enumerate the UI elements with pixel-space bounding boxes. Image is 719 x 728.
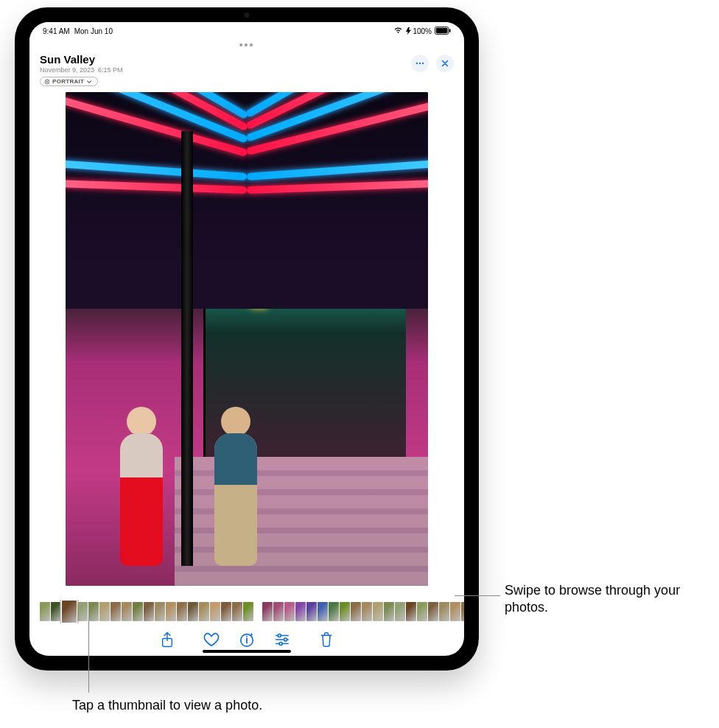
- info-button[interactable]: [237, 630, 256, 649]
- callout-leader: [455, 595, 500, 596]
- multitask-dots-icon[interactable]: •••: [29, 40, 464, 50]
- thumbnail[interactable]: [284, 602, 295, 621]
- thumbnail[interactable]: [166, 602, 176, 621]
- photo-datetime: November 9, 2023 6:15 PM: [40, 66, 123, 74]
- thumbnail[interactable]: [450, 602, 460, 621]
- close-button[interactable]: [436, 55, 454, 72]
- photo-header: Sun Valley November 9, 2023 6:15 PM PORT…: [29, 50, 464, 92]
- main-photo[interactable]: BURGERS HOTDOGS FRIES: [66, 92, 428, 586]
- thumbnail[interactable]: [262, 602, 273, 621]
- thumbnail[interactable]: [122, 602, 132, 621]
- svg-point-6: [422, 63, 424, 64]
- thumbnail[interactable]: [417, 602, 427, 621]
- share-icon: [160, 631, 175, 648]
- heart-icon: [203, 632, 220, 647]
- callout-tap: Tap a thumbnail to view a photo.: [72, 697, 367, 714]
- thumbnail[interactable]: [99, 602, 110, 621]
- thumbnail[interactable]: [384, 602, 394, 621]
- thumbnail[interactable]: [144, 602, 154, 621]
- thumbnail[interactable]: [188, 602, 198, 621]
- edit-button[interactable]: [273, 630, 292, 649]
- thumbnail[interactable]: [155, 602, 165, 621]
- portrait-badge-label: PORTRAIT: [52, 78, 84, 85]
- sliders-icon: [274, 632, 290, 647]
- home-indicator[interactable]: [203, 650, 291, 653]
- svg-rect-2: [449, 29, 451, 32]
- more-button[interactable]: [411, 55, 429, 72]
- favorite-button[interactable]: [202, 630, 221, 649]
- close-icon: [441, 59, 449, 68]
- charging-icon: [406, 27, 411, 35]
- status-battery-pct: 100%: [413, 27, 432, 35]
- thumbnail[interactable]: [40, 602, 50, 621]
- thumbnail[interactable]: [340, 602, 350, 621]
- ipad-screen: 9:41 AM Mon Jun 10 100% ••• Sun Valley: [29, 22, 464, 656]
- thumbnail[interactable]: [232, 602, 242, 621]
- main-photo-viewport[interactable]: BURGERS HOTDOGS FRIES: [29, 92, 464, 598]
- thumbnail-strip[interactable]: [29, 600, 464, 623]
- thumbnail[interactable]: [51, 602, 61, 621]
- thumbnail[interactable]: [395, 602, 405, 621]
- delete-button[interactable]: [317, 630, 336, 649]
- thumbnail[interactable]: [77, 602, 88, 621]
- album-title: Sun Valley: [40, 53, 123, 66]
- callout-leader: [88, 602, 89, 693]
- aperture-icon: [44, 79, 50, 85]
- trash-icon: [319, 631, 334, 648]
- thumbnail[interactable]: [439, 602, 449, 621]
- info-sparkle-icon: [239, 631, 255, 648]
- status-time: 9:41 AM: [43, 27, 70, 35]
- svg-point-4: [416, 63, 418, 64]
- thumbnail[interactable]: [273, 602, 284, 621]
- front-camera: [245, 13, 250, 18]
- thumbnail[interactable]: [62, 601, 77, 623]
- wifi-icon: [393, 27, 403, 35]
- svg-point-11: [279, 642, 282, 645]
- thumbnail[interactable]: [133, 602, 143, 621]
- status-bar: 9:41 AM Mon Jun 10 100%: [29, 22, 464, 40]
- portrait-mode-badge[interactable]: PORTRAIT: [40, 77, 98, 86]
- share-button[interactable]: [158, 630, 177, 649]
- thumbnail[interactable]: [318, 602, 328, 621]
- thumbnail[interactable]: [295, 602, 306, 621]
- thumbnail[interactable]: [428, 602, 438, 621]
- thumbnail[interactable]: [199, 602, 209, 621]
- ipad-device-frame: 9:41 AM Mon Jun 10 100% ••• Sun Valley: [15, 7, 479, 671]
- thumbnail[interactable]: [177, 602, 187, 621]
- thumbnail[interactable]: [373, 602, 383, 621]
- thumbnail[interactable]: [210, 602, 220, 621]
- svg-point-5: [419, 63, 421, 64]
- thumbnail[interactable]: [406, 602, 416, 621]
- battery-icon: [435, 27, 451, 36]
- thumbnail[interactable]: [362, 602, 372, 621]
- svg-point-10: [284, 638, 287, 641]
- thumbnail[interactable]: [306, 602, 317, 621]
- callout-swipe: Swipe to browse through your photos.: [505, 582, 704, 617]
- status-date: Mon Jun 10: [74, 27, 113, 35]
- ellipsis-icon: [415, 58, 425, 69]
- thumbnail[interactable]: [243, 602, 253, 621]
- thumbnail[interactable]: [329, 602, 339, 621]
- thumbnail[interactable]: [221, 602, 231, 621]
- svg-rect-1: [436, 27, 448, 32]
- thumbnail[interactable]: [88, 602, 99, 621]
- thumbnail[interactable]: [461, 602, 464, 621]
- chevron-down-icon: [86, 79, 92, 85]
- thumbnail[interactable]: [351, 602, 361, 621]
- svg-point-9: [278, 634, 281, 637]
- thumbnail[interactable]: [111, 602, 121, 621]
